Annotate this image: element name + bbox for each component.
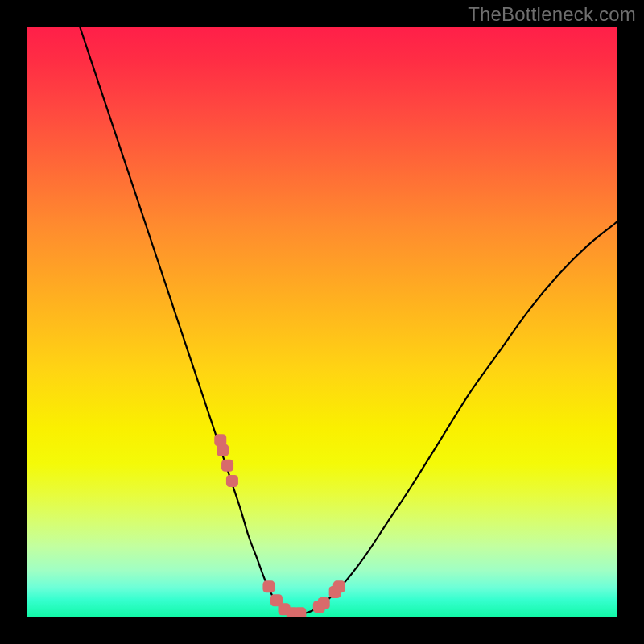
highlight-marker (221, 460, 233, 472)
highlight-marker (262, 580, 275, 592)
bottleneck-curve (80, 27, 617, 614)
watermark-text: TheBottleneck.com (468, 3, 636, 26)
plot-area (27, 27, 617, 617)
highlight-marker (226, 475, 238, 487)
highlight-marker (318, 597, 330, 609)
chart-svg (27, 27, 617, 617)
chart-frame: TheBottleneck.com (0, 0, 644, 644)
highlight-markers (214, 434, 345, 617)
highlight-marker (294, 607, 306, 617)
highlight-marker (217, 444, 229, 456)
highlight-marker (333, 580, 345, 592)
